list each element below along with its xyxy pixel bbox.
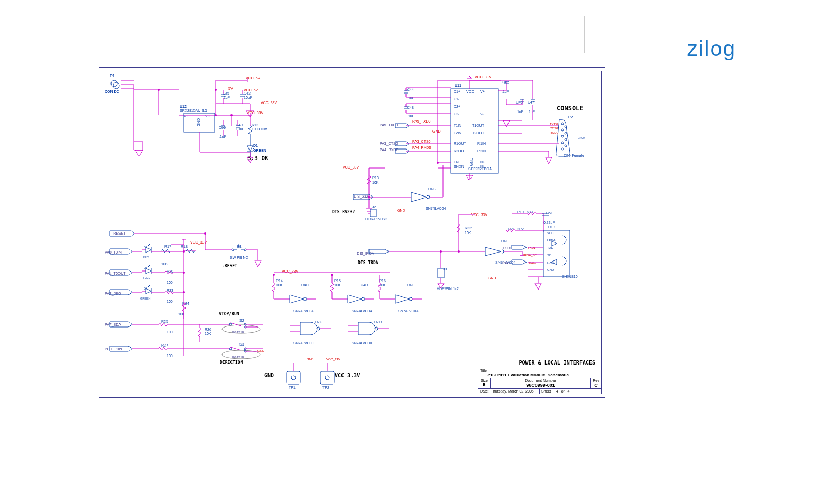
svg-point-10 (158, 89, 160, 91)
svg-marker-50 (146, 247, 151, 253)
svg-point-67 (183, 272, 185, 274)
testpoints-svg (279, 361, 364, 390)
svg-rect-38 (543, 230, 570, 277)
svg-point-24 (561, 148, 564, 150)
svg-point-8 (215, 114, 217, 116)
svg-marker-72 (348, 295, 362, 303)
svg-marker-51 (146, 268, 151, 274)
svg-rect-36 (438, 268, 444, 278)
svg-marker-40 (551, 259, 557, 265)
docnum-value: 96C0999-001 (526, 382, 555, 388)
svg-marker-53 (110, 249, 132, 254)
date-label: Date: (480, 389, 489, 393)
title-block: Title Z16F2811 Evaluation Module. Schema… (478, 368, 602, 394)
svg-point-47 (232, 249, 234, 251)
svg-point-68 (183, 291, 185, 293)
sheet-label: Sheet (541, 389, 551, 393)
svg-marker-6 (135, 150, 143, 156)
logo-z: z (687, 37, 699, 60)
gates-svg (269, 267, 438, 352)
svg-point-83 (325, 376, 329, 380)
svg-marker-55 (110, 290, 132, 295)
svg-marker-42 (512, 260, 527, 264)
svg-point-22 (561, 142, 564, 144)
date-value: Thursday, March 02, 2006 (491, 389, 534, 393)
svg-point-7 (215, 89, 217, 91)
svg-marker-29 (411, 192, 427, 202)
svg-marker-34 (485, 247, 501, 256)
schematic-frame: POWER & LOCAL INTERFACES Title Z16F2811 … (99, 67, 605, 398)
svg-marker-54 (110, 270, 132, 275)
sheet-tot: 4 (567, 389, 569, 393)
size-value: B (483, 382, 485, 386)
svg-rect-2 (184, 113, 215, 132)
svg-point-66 (183, 250, 185, 253)
svg-point-16 (561, 123, 564, 125)
svg-point-78 (273, 274, 275, 276)
svg-point-9 (230, 114, 233, 116)
logo-rest: ilog (699, 37, 736, 60)
svg-point-20 (561, 135, 564, 137)
svg-marker-74 (395, 295, 409, 303)
svg-point-32 (368, 196, 370, 198)
page-divider (584, 16, 585, 53)
svg-marker-4 (247, 157, 253, 163)
svg-marker-27 (546, 157, 552, 164)
svg-rect-11 (451, 89, 498, 173)
rev-value: C (594, 382, 598, 388)
svg-marker-46 (110, 231, 134, 236)
svg-marker-57 (110, 346, 132, 351)
title-text: Z16F2811 Evaluation Module. Schematic. (480, 372, 570, 377)
svg-marker-41 (512, 245, 527, 249)
title-label: Title (480, 369, 487, 372)
svg-point-21 (565, 138, 567, 141)
gnd-label: GND (264, 372, 274, 378)
svg-point-58 (222, 325, 260, 333)
sheet-of: of (561, 389, 565, 393)
size-label: Size (481, 379, 488, 382)
svg-marker-56 (110, 322, 132, 327)
svg-marker-52 (146, 288, 151, 294)
zilog-logo: zilog (687, 37, 736, 61)
svg-marker-39 (551, 241, 557, 246)
docnum-label: Document Number (525, 379, 556, 382)
svg-marker-37 (438, 283, 444, 288)
svg-point-79 (331, 274, 333, 276)
power-schematic-svg (105, 73, 274, 179)
svg-point-19 (565, 132, 567, 134)
svg-point-18 (561, 129, 564, 131)
svg-point-45 (440, 250, 442, 253)
svg-marker-43 (535, 283, 541, 290)
svg-marker-3 (247, 146, 253, 151)
reset-svg (99, 229, 274, 371)
svg-point-44 (458, 250, 460, 253)
svg-point-69 (204, 232, 206, 235)
svg-marker-33 (369, 249, 389, 254)
svg-marker-49 (255, 260, 261, 267)
sheet-cur: 4 (556, 389, 558, 393)
svg-marker-70 (290, 295, 303, 303)
svg-point-82 (291, 376, 296, 380)
svg-point-23 (565, 145, 567, 147)
rev-label: Rev (593, 379, 599, 382)
section-title: POWER & LOCAL INTERFACES (519, 360, 596, 366)
svg-point-48 (244, 249, 246, 251)
